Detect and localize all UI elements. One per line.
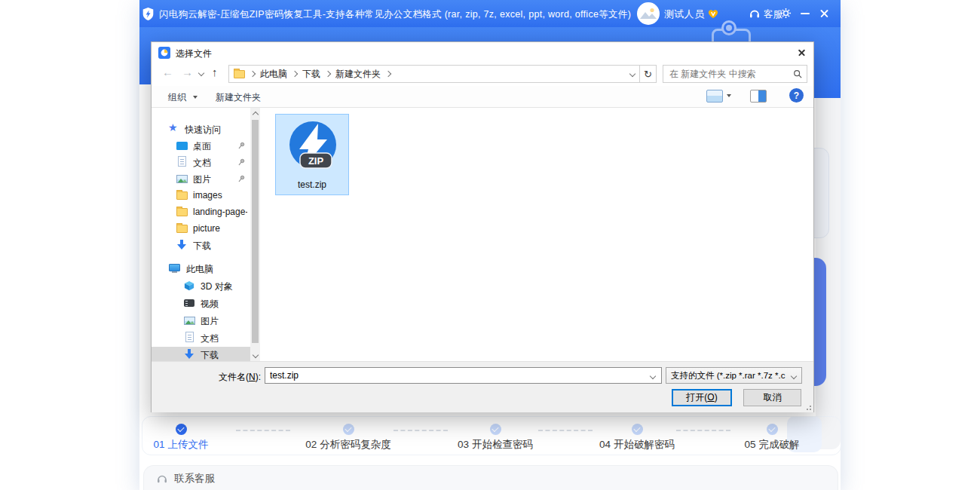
forward-button[interactable]: → [182,66,193,78]
app-title: 闪电狗云解密-压缩包ZIP密码恢复工具-支持各种常见办公文档格式 (rar, z… [159,8,631,20]
address-bar[interactable]: 此电脑 下载 新建文件夹 [228,65,640,83]
breadcrumb-chevron-icon [325,71,331,77]
filename-dropdown-chevron-icon[interactable] [650,373,656,379]
sidebar-item-landing-page-folder[interactable]: landing-page-v [152,204,250,220]
close-window-button[interactable] [819,8,829,20]
step-check-icon [176,424,187,435]
filename-label: 文件名(N): [182,371,261,384]
sidebar-item-desktop[interactable]: 桌面 [152,137,250,154]
video-icon [184,299,194,307]
cube-icon [184,280,194,294]
gear-icon[interactable] [780,8,792,22]
preview-pane-icon[interactable] [750,90,767,103]
headset-icon [749,8,761,23]
view-mode-icon[interactable] [706,90,723,103]
recent-locations-chevron-icon[interactable] [198,70,204,76]
filetype-chevron-icon [791,373,797,379]
zip-file-icon: ZIP [284,118,341,181]
scroll-down-icon[interactable] [253,352,259,358]
sidebar-item-quick-access[interactable]: ★ 快速访问 [152,121,250,137]
file-dialog: 选择文件 ← → ↑ 此电脑 下载 新建文件夹 ↻ [151,41,814,412]
breadcrumb-chevron-icon [250,71,256,77]
scroll-up-icon[interactable] [253,112,259,118]
step-crack-password: 04 开始破解密码 [562,424,712,452]
sidebar-item-downloads[interactable]: 下载 [152,237,250,253]
sidebar-item-downloads-pc[interactable]: 下载 [152,347,250,361]
filename-input[interactable] [265,368,645,383]
step-upload-file: 01 上传文件 [106,424,256,452]
folder-icon [234,70,245,78]
computer-icon [169,264,180,271]
pin-icon [237,142,245,149]
page: 闪电狗云解密-压缩包ZIP密码恢复工具-支持各种常见办公文档格式 (rar, z… [0,0,980,490]
dialog-title: 选择文件 [176,47,212,60]
sidebar-item-this-pc[interactable]: 此电脑 [152,260,250,277]
address-dropdown-chevron-icon[interactable] [629,71,635,77]
breadcrumb-chevron-icon [292,71,298,77]
filetype-select[interactable]: 支持的文件 (*.zip *.rar *.7z *.c [666,367,802,384]
back-button[interactable]: ← [162,66,173,78]
up-button[interactable]: ↑ [212,66,218,78]
picture-icon [176,175,188,183]
search-input[interactable] [668,68,790,80]
step-check-icon [632,424,643,435]
navigation-bar: ← → ↑ 此电脑 下载 新建文件夹 ↻ [152,63,813,86]
download-arrow-icon [176,240,187,250]
breadcrumb-new-folder[interactable]: 新建文件夹 [335,68,381,81]
step-check-icon [343,424,354,435]
sidebar-item-picture-folder[interactable]: picture [152,220,250,237]
organize-button[interactable]: 组织 [168,91,186,104]
file-name-label: test.zip [276,179,348,190]
contact-support-button[interactable]: 联系客服 [156,472,215,485]
step-check-icon [490,424,501,435]
sidebar-item-documents[interactable]: 文档 [152,154,250,170]
sidebar-item-pictures[interactable]: 图片 [152,170,250,187]
sidebar-item-pictures-pc[interactable]: 图片 [152,312,250,329]
avatar[interactable] [637,2,660,28]
app-header-band-right [814,27,841,98]
new-folder-button[interactable]: 新建文件夹 [216,91,261,104]
folder-icon [176,191,188,200]
view-mode-dropdown-icon[interactable] [727,94,731,97]
cancel-button[interactable]: 取消 [743,389,801,406]
sidebar-item-3d-objects[interactable]: 3D 对象 [152,277,250,294]
step-finish: 05 完成破解 [697,424,847,452]
folder-icon [176,225,188,233]
sidebar-item-videos[interactable]: 视频 [152,295,250,311]
help-button[interactable]: ? [789,88,804,103]
footer-bar: 联系客服 [143,465,838,490]
dialog-close-button[interactable] [789,42,814,63]
breadcrumb-this-pc[interactable]: 此电脑 [260,68,287,81]
dialog-app-icon [158,47,170,62]
pin-icon [237,158,245,166]
breadcrumb-chevron-icon [385,71,391,77]
user-name[interactable]: 测试人员 [664,8,704,20]
svg-text:ZIP: ZIP [308,155,324,167]
document-icon [185,332,194,342]
camera-dot-decoration-icon [726,25,732,31]
open-button[interactable]: 打开(O) [672,389,732,406]
app-logo-shield-icon [142,7,155,24]
breadcrumb-downloads[interactable]: 下载 [302,68,320,81]
vip-badge-icon [707,8,719,22]
command-bar: 组织 新建文件夹 ? [152,86,813,107]
sidebar-item-documents-pc[interactable]: 文档 [152,329,250,346]
headset-icon [156,473,168,485]
minimize-button[interactable] [801,13,810,14]
folder-icon [176,208,188,216]
search-icon [793,69,802,78]
picture-icon [184,317,195,325]
file-item-test-zip[interactable]: ZIP test.zip [275,114,349,195]
desktop-icon [176,142,188,150]
dialog-bottom-bar: 文件名(N): 支持的文件 (*.zip *.rar *.7z *.c 打开(O… [152,361,813,412]
sidebar-item-images-folder[interactable]: images [152,187,250,204]
pin-icon [237,175,245,182]
step-check-icon [767,424,778,435]
search-box[interactable] [663,65,807,83]
resize-grip[interactable] [804,403,811,410]
filename-field-wrap [265,367,662,384]
refresh-button[interactable]: ↻ [640,65,657,83]
star-icon: ★ [168,122,178,133]
step-analyze-complexity: 02 分析密码复杂度 [273,424,424,452]
scrollbar-thumb[interactable] [252,120,259,343]
